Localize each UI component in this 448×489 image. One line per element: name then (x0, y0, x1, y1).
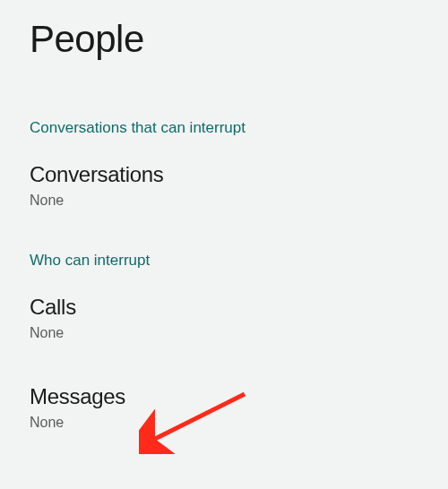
conversations-title: Conversations (30, 162, 418, 187)
messages-setting[interactable]: Messages None (30, 384, 418, 431)
section-header-conversations: Conversations that can interrupt (30, 119, 418, 137)
section-who-can-interrupt: Who can interrupt Calls None Messages No… (0, 252, 448, 431)
section-header-who: Who can interrupt (30, 252, 418, 270)
calls-title: Calls (30, 295, 418, 320)
messages-value: None (30, 415, 418, 431)
calls-setting[interactable]: Calls None (30, 295, 418, 341)
messages-title: Messages (30, 384, 418, 409)
page-title: People (0, 0, 448, 61)
section-conversations-interrupt: Conversations that can interrupt Convers… (0, 119, 448, 209)
conversations-setting[interactable]: Conversations None (30, 162, 418, 209)
calls-value: None (30, 325, 418, 341)
conversations-value: None (30, 193, 418, 209)
